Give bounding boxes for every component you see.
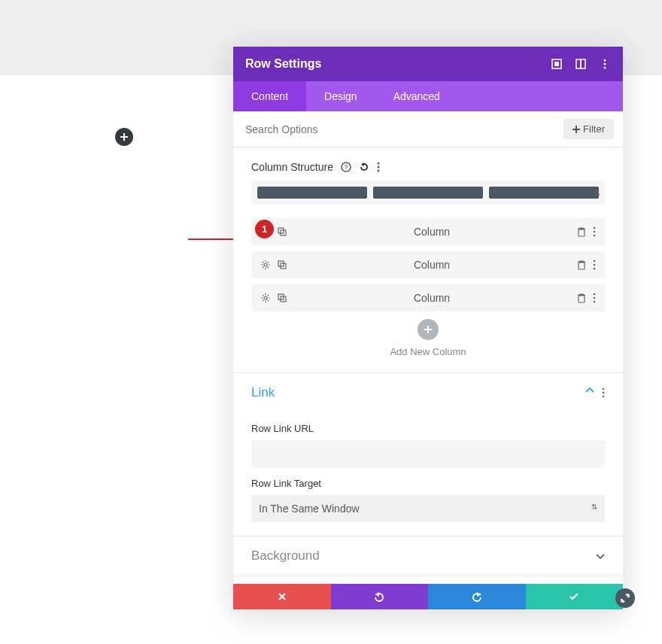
column-label: Column (287, 259, 576, 271)
undo-icon[interactable] (359, 162, 369, 172)
svg-point-31 (603, 392, 605, 394)
row-link-target-label: Row Link Target (251, 478, 605, 489)
svg-point-24 (264, 296, 267, 299)
svg-point-6 (604, 67, 606, 69)
sort-icon: ⇅ (594, 189, 600, 197)
filter-button[interactable]: Filter (563, 119, 614, 139)
help-icon[interactable]: ? (341, 162, 351, 172)
column-block (373, 187, 483, 199)
plus-icon (572, 126, 580, 133)
tab-advanced[interactable]: Advanced (375, 81, 458, 111)
row-link-url-input[interactable] (251, 440, 605, 467)
more-icon[interactable] (377, 162, 380, 172)
search-row: Filter (233, 111, 623, 147)
svg-point-32 (603, 396, 605, 398)
background-accordion-header[interactable]: Background (233, 536, 623, 576)
check-icon (569, 592, 579, 601)
svg-point-4 (604, 59, 606, 62)
column-label: Column (287, 292, 576, 304)
svg-point-28 (594, 297, 596, 299)
column-structure-label: Column Structure ? (251, 161, 605, 173)
chevron-down-icon (596, 553, 605, 559)
column-row[interactable]: Column (251, 218, 605, 245)
annotation-badge: 1 (255, 220, 274, 238)
svg-point-5 (604, 63, 606, 65)
header-actions (551, 58, 611, 70)
column-label: Column (287, 226, 576, 238)
svg-point-30 (603, 388, 605, 390)
tab-design[interactable]: Design (306, 81, 375, 111)
add-section-button[interactable] (115, 128, 133, 146)
svg-point-29 (594, 301, 596, 303)
add-column-section: Add New Column (251, 319, 605, 357)
svg-point-9 (377, 163, 379, 165)
svg-point-17 (594, 235, 596, 237)
svg-point-21 (594, 260, 596, 263)
link-accordion-header[interactable]: Link (233, 373, 623, 412)
tabs: Content Design Advanced (233, 81, 623, 111)
column-row[interactable]: Column (251, 284, 605, 311)
duplicate-icon[interactable] (277, 226, 287, 237)
column-row[interactable]: Column (251, 251, 605, 278)
redo-button[interactable] (428, 584, 526, 609)
cancel-button[interactable] (233, 584, 331, 609)
svg-point-18 (264, 263, 267, 266)
trash-icon[interactable] (576, 260, 587, 270)
add-column-button[interactable] (418, 319, 439, 340)
svg-point-10 (377, 166, 379, 169)
save-button[interactable] (526, 584, 624, 609)
expand-arrows-icon (620, 593, 630, 603)
more-icon[interactable] (593, 226, 596, 237)
modal-title: Row Settings (245, 57, 551, 71)
link-body: Row Link URL Row Link Target In The Same… (233, 423, 623, 536)
svg-point-22 (594, 264, 596, 266)
redo-icon (471, 591, 483, 602)
link-title: Link (251, 385, 585, 400)
svg-point-11 (377, 170, 379, 172)
search-input[interactable] (242, 120, 563, 138)
modal-header: Row Settings (233, 47, 623, 81)
row-link-target-select[interactable]: In The Same Window (251, 495, 605, 522)
more-icon[interactable] (593, 293, 596, 303)
undo-button[interactable] (331, 584, 429, 609)
row-settings-modal: Row Settings Content Design Advanced Fil… (233, 47, 623, 609)
trash-icon[interactable] (576, 226, 587, 237)
more-icon[interactable] (593, 260, 596, 270)
more-icon[interactable] (599, 58, 611, 70)
chevron-up-icon (585, 387, 594, 393)
duplicate-icon[interactable] (277, 260, 287, 270)
expand-icon[interactable] (551, 58, 563, 70)
add-column-label: Add New Column (251, 346, 605, 357)
column-structure-selector[interactable]: ⇅ (251, 181, 605, 205)
svg-point-23 (594, 268, 596, 270)
svg-rect-1 (554, 62, 559, 66)
svg-rect-3 (580, 59, 582, 68)
content-area: Column Structure ? ⇅ Column (233, 147, 623, 584)
column-block (257, 187, 367, 199)
row-link-url-label: Row Link URL (251, 423, 605, 434)
drag-icon[interactable] (575, 58, 587, 70)
modal-footer (233, 584, 623, 609)
svg-point-16 (594, 231, 596, 233)
gear-icon[interactable] (260, 260, 271, 270)
column-block (489, 187, 599, 199)
more-icon[interactable] (602, 387, 605, 398)
duplicate-icon[interactable] (277, 293, 287, 303)
svg-text:?: ? (344, 163, 348, 171)
tab-content[interactable]: Content (233, 81, 306, 111)
expand-fab[interactable] (615, 588, 635, 608)
close-icon (278, 592, 287, 601)
gear-icon[interactable] (260, 293, 271, 303)
trash-icon[interactable] (576, 293, 587, 303)
undo-icon (373, 591, 385, 602)
admin-label-accordion-header[interactable]: Admin Label (233, 576, 623, 584)
background-title: Background (251, 548, 596, 564)
svg-point-27 (594, 293, 596, 296)
svg-point-15 (594, 227, 596, 229)
plus-icon (424, 325, 433, 334)
plus-icon (120, 132, 129, 141)
